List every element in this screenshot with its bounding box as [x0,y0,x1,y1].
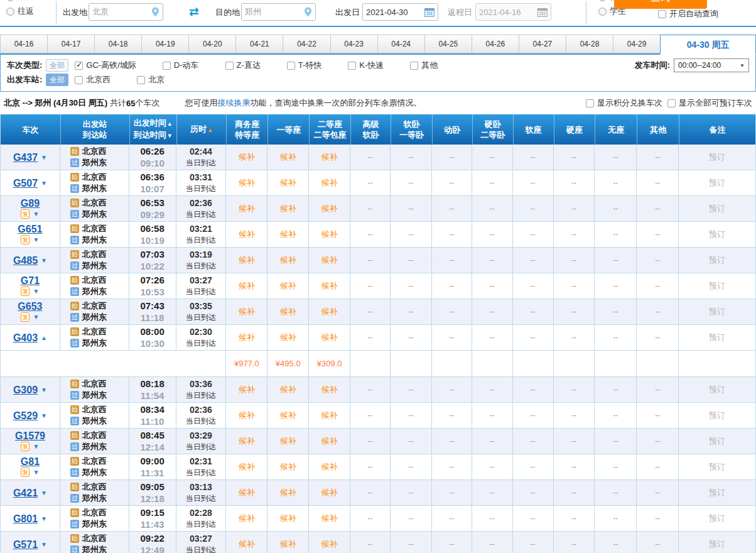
waitlist-link[interactable]: 候补 [280,255,296,266]
column-header[interactable]: 出发时间▲到达时间▼ [129,114,176,145]
train-type-checkbox[interactable]: T-特快 [287,60,322,71]
column-header[interactable]: 历时▲ [176,114,227,145]
depart-station-all-button[interactable]: 全部 [46,74,68,86]
waitlist-link[interactable]: 候补 [239,151,255,163]
expand-arrow-icon[interactable]: ▼ [41,255,47,266]
waitlist-link[interactable]: 候补 [321,151,338,163]
waitlist-link[interactable]: 候补 [321,280,338,292]
waitlist-link[interactable]: 候补 [280,487,296,498]
date-tab[interactable]: 04-16 [0,35,47,53]
expand-arrow-icon[interactable]: ▼ [33,441,39,452]
train-number-link[interactable]: G71 [21,275,40,286]
trip-oneway-radio[interactable]: 单程 [6,0,34,3]
waitlist-link[interactable]: 候补 [321,177,338,189]
waitlist-link[interactable]: 候补 [321,513,338,524]
waitlist-link[interactable]: 候补 [321,229,338,240]
waitlist-link[interactable]: 候补 [280,332,296,343]
waitlist-link[interactable]: 候补 [239,435,255,447]
date-tab[interactable]: 04-29 [613,35,660,53]
waitlist-link[interactable]: 候补 [239,280,255,292]
waitlist-link[interactable]: 候补 [280,203,296,214]
waitlist-link[interactable]: 候补 [321,487,338,498]
waitlist-link[interactable]: 候补 [239,332,255,343]
train-number-link[interactable]: G403 [13,332,38,343]
depart-station-checkbox[interactable]: 北京 [137,74,165,85]
date-tab[interactable]: 04-24 [377,35,424,53]
waitlist-link[interactable]: 候补 [239,384,255,395]
waitlist-link[interactable]: 候补 [280,151,296,163]
show-points-checkbox[interactable]: 显示积分兑换车次 [586,97,662,109]
waitlist-link[interactable]: 候补 [280,384,296,395]
train-type-checkbox[interactable]: K-快速 [348,60,384,71]
query-button[interactable]: 查询 [614,0,707,9]
depart-date-input[interactable]: 2021-04-30 [362,3,438,21]
date-tab[interactable]: 04-27 [519,35,566,53]
from-input[interactable]: 北京 [89,3,163,21]
expand-arrow-icon[interactable]: ▼ [33,312,39,322]
waitlist-link[interactable]: 候补 [280,410,296,421]
waitlist-link[interactable]: 候补 [239,229,255,240]
train-type-checkbox[interactable]: GC-高铁/城际 [75,60,136,71]
waitlist-link[interactable]: 候补 [239,513,255,524]
expand-arrow-icon[interactable]: ▼ [33,209,39,219]
date-tab[interactable]: 04-19 [141,35,188,53]
waitlist-link[interactable]: 候补 [239,410,255,421]
waitlist-link[interactable]: 候补 [280,306,296,317]
waitlist-link[interactable]: 候补 [321,539,338,550]
trip-round-radio[interactable]: 往返 [6,6,34,17]
date-tab[interactable]: 04-22 [283,35,330,53]
waitlist-link[interactable]: 候补 [321,306,338,317]
waitlist-link[interactable]: 候补 [321,384,338,395]
train-number-link[interactable]: G801 [13,513,38,524]
train-number-link[interactable]: G309 [13,385,38,395]
waitlist-link[interactable]: 候补 [280,461,296,473]
expand-arrow-icon[interactable]: ▼ [41,410,47,421]
date-tab[interactable]: 04-21 [235,35,283,53]
train-type-checkbox[interactable]: D-动车 [163,60,199,71]
date-tab[interactable]: 04-17 [47,35,94,53]
train-number-link[interactable]: G1579 [15,430,45,441]
train-number-link[interactable]: G571 [13,539,38,550]
expand-arrow-icon[interactable]: ▼ [33,234,39,245]
train-number-link[interactable]: G653 [18,301,42,312]
waitlist-link[interactable]: 候补 [280,229,296,240]
train-type-all-button[interactable]: 全部 [46,59,68,72]
waitlist-link[interactable]: 候补 [280,539,296,550]
auto-query-checkbox[interactable]: 开启自动查询 [658,8,718,19]
expand-arrow-icon[interactable]: ▼ [33,467,39,478]
to-input[interactable]: 郑州 [241,3,316,21]
waitlist-link[interactable]: 候补 [280,280,296,292]
train-number-link[interactable]: G529 [13,410,38,421]
expand-arrow-icon[interactable]: ▼ [41,513,47,524]
date-tab[interactable]: 04-25 [424,35,472,53]
depart-station-checkbox[interactable]: 北京西 [75,74,111,85]
waitlist-link[interactable]: 候补 [239,306,255,317]
date-tab[interactable]: 04-20 [188,35,235,53]
show-all-bookable-checkbox[interactable]: 显示全部可预订车次 [667,97,752,109]
waitlist-link[interactable]: 候补 [239,203,255,214]
waitlist-link[interactable]: 候补 [239,487,255,498]
waitlist-link[interactable]: 候补 [321,203,338,214]
train-number-link[interactable]: G651 [18,224,42,234]
waitlist-link[interactable]: 候补 [280,435,296,447]
waitlist-link[interactable]: 候补 [239,461,255,473]
date-tab[interactable]: 04-18 [94,35,141,53]
date-tab[interactable]: 04-23 [330,35,377,53]
depart-time-select[interactable]: 00:00--24:00 ▼ [674,58,749,72]
expand-arrow-icon[interactable]: ▼ [41,152,47,163]
date-tab-selected[interactable]: 04-30 周五 [660,35,756,55]
train-number-link[interactable]: G485 [13,255,38,266]
train-number-link[interactable]: G89 [21,198,40,209]
waitlist-link[interactable]: 候补 [321,435,338,447]
waitlist-link[interactable]: 候补 [280,513,296,524]
expand-arrow-icon[interactable]: ▼ [33,286,39,297]
waitlist-link[interactable]: 候补 [239,177,255,189]
train-number-link[interactable]: G437 [13,152,38,163]
waitlist-link[interactable]: 候补 [321,332,338,343]
train-type-checkbox[interactable]: 其他 [410,60,438,71]
train-number-link[interactable]: G507 [13,178,38,189]
waitlist-link[interactable]: 候补 [280,177,296,189]
swap-stations-icon[interactable]: ⇄ [189,4,199,19]
train-number-link[interactable]: G421 [13,488,38,498]
expand-arrow-icon[interactable]: ▼ [41,385,47,395]
